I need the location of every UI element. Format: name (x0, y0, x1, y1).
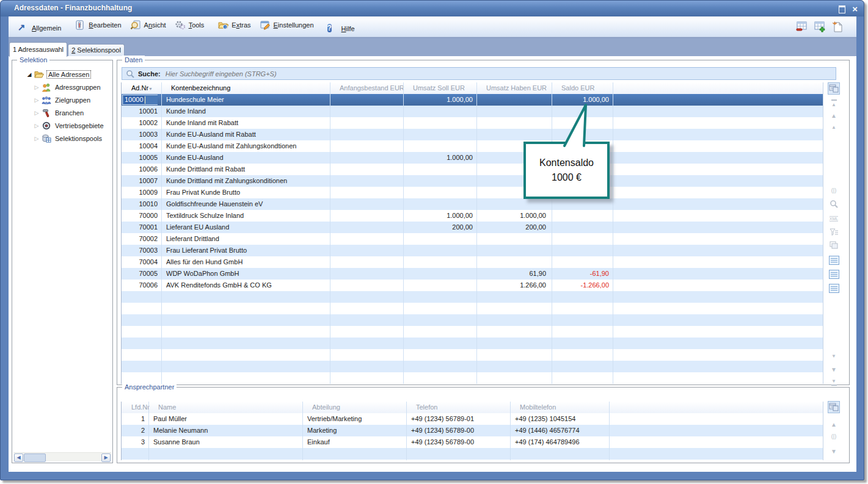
collapsed-node-icon[interactable]: ▷ (33, 110, 40, 116)
accounts-cell-soll (403, 140, 473, 152)
scroll-next-icon[interactable]: ▼ (828, 350, 840, 362)
title-bar[interactable]: Adressdaten - Finanzbuchhaltung × (1, 1, 864, 16)
copy-rows-icon[interactable] (828, 239, 840, 251)
column-separator[interactable] (510, 402, 511, 460)
scroll-up-icon[interactable]: ▲ (828, 109, 840, 121)
collapsed-node-icon[interactable]: ▷ (33, 84, 40, 90)
column-header-umsatz-haben-eur[interactable]: Umsatz Haben EUR (481, 82, 551, 94)
accounts-row[interactable]: 70000Textildruck Schulze Inland1.000,001… (122, 210, 823, 222)
group-brackets-icon[interactable]: (|) (828, 430, 840, 442)
menu-bearbeiten[interactable]: Bearbeiten (70, 18, 125, 32)
search-zoom-icon[interactable] (828, 198, 840, 210)
tree-item-selektionspools[interactable]: ▷Selektionspools (12, 132, 111, 145)
expanded-node-icon[interactable]: ◢ (26, 71, 33, 78)
column-separator[interactable] (330, 82, 330, 384)
scroll-left-icon[interactable]: ◀ (14, 453, 23, 462)
accounts-row[interactable]: 70006AVK Renditefonds GmbH & CO KG1.266,… (122, 280, 823, 291)
menu-ansicht[interactable]: Ansicht (126, 18, 170, 32)
scrollbar-thumb[interactable] (24, 453, 46, 462)
menu-hilfe[interactable]: ?Hilfe (323, 21, 359, 36)
column-separator[interactable] (609, 402, 610, 460)
column-separator[interactable] (161, 82, 162, 384)
column-header-mobiltelefon[interactable]: Mobiltelefon (515, 402, 610, 413)
table-remove-icon[interactable] (795, 20, 809, 34)
menu-extras[interactable]: iExtras (213, 18, 255, 32)
accounts-row[interactable]: 10006Kunde Drittland mit Rabatt (122, 164, 823, 175)
scroll-down-icon[interactable]: ▼ (828, 445, 840, 457)
tree-item-alle-adressen[interactable]: ◢Alle Adressen (12, 68, 111, 81)
accounts-row[interactable]: 10010Goldfischfreunde Hauenstein eV (122, 198, 823, 210)
accounts-row[interactable]: 70002Lieferant Drittland (122, 233, 823, 245)
menu-einstellungen[interactable]: Einstellungen (255, 18, 318, 32)
new-page-icon[interactable] (831, 20, 844, 34)
column-header-kontenbezeichnung[interactable]: Kontenbezeichnung (166, 82, 330, 94)
accounts-row[interactable]: 10000Hundeschule Meier1.000,001.000,00 (122, 94, 823, 106)
group-brackets-icon[interactable]: (|) (828, 184, 840, 197)
column-header-umsatz-soll-eur[interactable]: Umsatz Soll EUR (408, 82, 478, 94)
close-window-button[interactable]: × (852, 5, 858, 13)
accounts-row[interactable]: 10004Kunde EU-Ausland mit Zahlungskondti… (122, 140, 823, 152)
column-header-saldo-eur[interactable]: Saldo EUR (556, 82, 616, 94)
tree-item-branchen[interactable]: ▷Branchen (12, 106, 111, 119)
contacts-row[interactable]: 1Paul MüllerVertrieb/Marketing+49 (1234)… (122, 413, 823, 425)
column-separator[interactable] (406, 402, 407, 460)
column-separator[interactable] (613, 82, 613, 384)
column-header-lfd-nr-[interactable]: Lfd.Nr. (126, 402, 150, 413)
column-header-ad-nr[interactable]: Ad.Nr (126, 82, 162, 94)
scroll-last-icon[interactable]: ▼ (828, 375, 840, 388)
accounts-header: Ad.Nr▼KontenbezeichnungAnfangsbestand EU… (122, 82, 823, 94)
accounts-row[interactable]: 70005WDP WoDaPhon GmbH61,90-61,90 (122, 268, 823, 280)
accounts-cell-anfangsbestand (330, 268, 399, 280)
scroll-down-icon[interactable]: ▼ (828, 363, 840, 375)
column-header-anfangsbestand-eur[interactable]: Anfangsbestand EUR (335, 82, 404, 94)
column-separator[interactable] (403, 82, 404, 384)
tree-item-zielgruppen[interactable]: ▷Zielgruppen (12, 93, 111, 106)
column-header-[interactable] (614, 402, 823, 413)
inline-cell-editor[interactable]: 10000 (122, 95, 158, 105)
column-header-name[interactable]: Name (153, 402, 302, 413)
table-add-icon[interactable] (813, 20, 826, 34)
restore-window-button[interactable] (837, 5, 847, 13)
accounts-row[interactable]: 10001Kunde Inland (122, 106, 823, 117)
accounts-row[interactable]: 70003Frau Lieferant Privat Brutto (122, 245, 823, 256)
tree-item-adressgruppen[interactable]: ▷Adressgruppen (12, 81, 111, 93)
scroll-right-icon[interactable]: ▶ (101, 453, 111, 462)
column-header-abteilung[interactable]: Abteilung (307, 402, 407, 413)
accounts-row[interactable]: 70001Lieferant EU Ausland200,00200,00 (122, 222, 823, 233)
collapsed-node-icon[interactable]: ▷ (33, 123, 40, 129)
accounts-row[interactable]: 10009Frau Privat Kunde Brutto (122, 187, 823, 198)
contacts-row[interactable]: 2Melanie NeumannMarketing+49 (1234) 5678… (122, 425, 823, 436)
column-chooser-icon[interactable] (828, 82, 840, 95)
layout-view-2-icon[interactable] (828, 268, 840, 280)
scroll-up-icon[interactable]: ▲ (828, 418, 840, 430)
tab-selektionspool[interactable]: 2 Selektionspool (68, 44, 125, 57)
tree-item-vertriebsgebiete[interactable]: ▷Vertriebsgebiete (12, 119, 111, 132)
tree-horizontal-scrollbar[interactable]: ◀ ▶ (13, 452, 111, 461)
column-separator[interactable] (302, 402, 303, 460)
scroll-prev-icon[interactable]: ▲ (828, 121, 840, 133)
filter-icon[interactable] (828, 226, 840, 238)
column-header-telefon[interactable]: Telefon (411, 402, 511, 413)
help-icon: ? (327, 23, 338, 34)
collapsed-node-icon[interactable]: ▷ (33, 97, 40, 103)
scroll-first-icon[interactable]: ▲ (828, 97, 840, 109)
accounts-row[interactable]: 10005Kunde EU-Ausland1.000,00 (122, 152, 823, 164)
column-header-[interactable] (618, 82, 823, 94)
accounts-row[interactable]: 70004Alles für den Hund GmbH (122, 256, 823, 268)
collapsed-node-icon[interactable]: ▷ (33, 135, 40, 142)
column-separator[interactable] (148, 402, 149, 460)
column-separator[interactable] (476, 82, 477, 384)
accounts-row[interactable]: 10003Kunde EU-Ausland mit Rabatt (122, 129, 823, 140)
menu-tools[interactable]: Tools (170, 18, 209, 32)
xml-icon[interactable]: XML (828, 212, 840, 225)
menu-allgemein[interactable]: ↗Allgemein (13, 21, 65, 35)
column-separator[interactable] (552, 82, 552, 384)
column-chooser-icon[interactable] (828, 401, 840, 413)
accounts-row[interactable]: 10002Kunde Inland mit Rabatt (122, 117, 823, 129)
search-input[interactable] (164, 70, 832, 78)
layout-view-1-icon[interactable] (828, 254, 840, 266)
layout-view-3-icon[interactable] (828, 282, 840, 294)
contacts-row[interactable]: 3Susanne BraunEinkauf+49 (1234) 56789-00… (122, 436, 823, 448)
accounts-row[interactable]: 10007Kunde Drittland mit Zahlungskonditi… (122, 175, 823, 187)
tab-adressauswahl[interactable]: 1 Adressauswahl (9, 42, 67, 57)
